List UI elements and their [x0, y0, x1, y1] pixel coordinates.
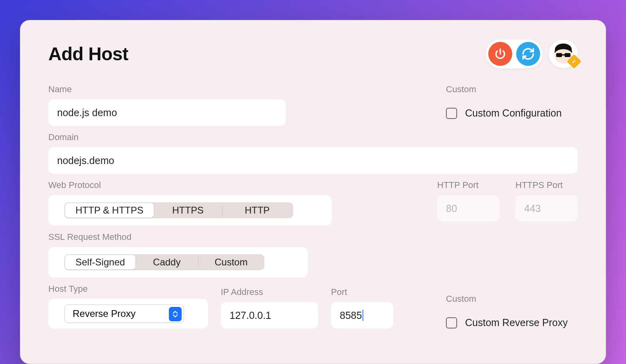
- host-type-group: Host Type Reverse Proxy: [48, 284, 208, 328]
- domain-input[interactable]: [48, 147, 578, 174]
- custom-config-group: Custom Custom Configuration: [446, 84, 578, 126]
- host-type-value: Reverse Proxy: [73, 308, 135, 319]
- custom-reverse-proxy-section-label: Custom: [446, 294, 578, 304]
- custom-config-label: Custom: [446, 84, 578, 95]
- ssl-option-caddy[interactable]: Caddy: [135, 255, 198, 269]
- refresh-button[interactable]: [516, 42, 540, 66]
- select-chevrons-icon: [169, 307, 182, 321]
- ssl-option-self-signed[interactable]: Self-Signed: [65, 255, 135, 269]
- ssl-method-container: Self-Signed Caddy Custom: [48, 247, 308, 277]
- power-icon: [494, 47, 507, 60]
- https-port-input[interactable]: [515, 195, 578, 222]
- ssl-option-custom[interactable]: Custom: [198, 255, 263, 269]
- domain-field-group: Domain: [48, 132, 578, 174]
- https-port-label: HTTPS Port: [515, 180, 578, 190]
- svg-rect-3: [562, 54, 565, 55]
- name-input[interactable]: [48, 99, 286, 126]
- refresh-icon: [521, 47, 535, 61]
- protocol-option-https[interactable]: HTTPS: [154, 203, 222, 218]
- name-custom-row: Name Custom Custom Configuration: [48, 84, 578, 126]
- web-protocol-container: HTTP & HTTPS HTTPS HTTP: [48, 195, 332, 226]
- name-field-group: Name: [48, 84, 286, 126]
- name-label: Name: [48, 84, 286, 95]
- protocol-option-http[interactable]: HTTP: [222, 203, 292, 218]
- ip-address-input[interactable]: [221, 302, 318, 328]
- power-button[interactable]: [488, 42, 512, 66]
- custom-reverse-proxy-row: Custom Reverse Proxy: [446, 317, 578, 328]
- ssl-method-segmented: Self-Signed Caddy Custom: [64, 254, 264, 270]
- avatar[interactable]: [549, 40, 578, 68]
- http-port-label: HTTP Port: [437, 180, 499, 190]
- svg-rect-1: [556, 53, 562, 57]
- protocol-option-http-https[interactable]: HTTP & HTTPS: [65, 203, 154, 218]
- https-port-group: HTTPS Port: [515, 180, 578, 226]
- dialog-header: Add Host: [48, 40, 578, 68]
- page-title: Add Host: [48, 43, 128, 65]
- port-group: Port 8585: [331, 287, 393, 328]
- host-details-row: Host Type Reverse Proxy IP Address Port …: [48, 284, 578, 328]
- port-value: 8585: [340, 310, 362, 321]
- custom-reverse-proxy-label: Custom Reverse Proxy: [465, 317, 568, 328]
- header-actions: [486, 40, 578, 68]
- port-input[interactable]: 8585: [331, 302, 393, 328]
- port-label: Port: [331, 287, 393, 297]
- ip-address-group: IP Address: [221, 287, 318, 328]
- custom-reverse-proxy-group: Custom Custom Reverse Proxy: [446, 294, 578, 328]
- custom-config-checkbox-label: Custom Configuration: [465, 107, 562, 119]
- custom-config-checkbox[interactable]: [446, 108, 457, 119]
- header-pill-buttons: [486, 40, 543, 68]
- custom-config-checkbox-row: Custom Configuration: [446, 107, 578, 119]
- host-type-select[interactable]: Reverse Proxy: [64, 305, 184, 323]
- domain-label: Domain: [48, 132, 578, 142]
- host-type-label: Host Type: [48, 284, 208, 294]
- web-protocol-segmented: HTTP & HTTPS HTTPS HTTP: [64, 202, 293, 218]
- web-protocol-group: Web Protocol HTTP & HTTPS HTTPS HTTP: [48, 180, 421, 226]
- ssl-method-group: SSL Request Method Self-Signed Caddy Cus…: [48, 232, 578, 277]
- protocol-ports-row: Web Protocol HTTP & HTTPS HTTPS HTTP HTT…: [48, 180, 578, 226]
- custom-reverse-proxy-checkbox[interactable]: [446, 317, 457, 328]
- add-host-dialog: Add Host: [20, 20, 606, 364]
- text-cursor: [363, 310, 363, 321]
- ssl-method-label: SSL Request Method: [48, 232, 578, 242]
- web-protocol-label: Web Protocol: [48, 180, 421, 190]
- http-port-group: HTTP Port: [437, 180, 499, 226]
- host-type-select-wrap: Reverse Proxy: [48, 299, 208, 328]
- ip-address-label: IP Address: [221, 287, 318, 297]
- http-port-input[interactable]: [437, 195, 499, 222]
- svg-rect-2: [565, 53, 571, 57]
